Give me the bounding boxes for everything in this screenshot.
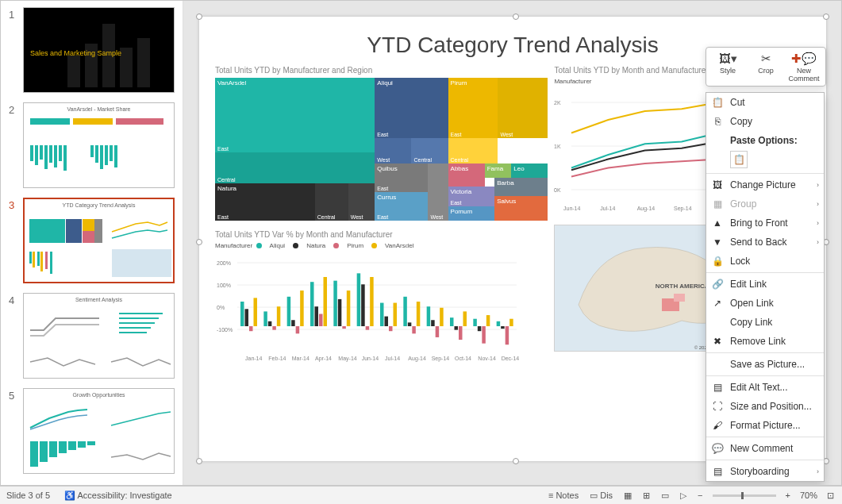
ctx-copy-link[interactable]: Copy Link xyxy=(706,313,824,332)
mini-toolbar: 🖼︎▾Style ✂Crop ✚💬New Comment xyxy=(706,47,826,87)
accessibility-icon: ♿ xyxy=(64,491,75,500)
svg-rect-3 xyxy=(30,145,33,161)
svg-text:Jun-14: Jun-14 xyxy=(362,356,379,361)
svg-rect-95 xyxy=(455,326,459,330)
svg-rect-55 xyxy=(268,321,272,326)
slide-thumb-3[interactable]: YTD Category Trend Analysis xyxy=(23,198,175,283)
svg-rect-6 xyxy=(44,145,48,169)
display-settings-button[interactable]: ▭ Dis xyxy=(588,491,614,501)
svg-rect-84 xyxy=(403,297,407,326)
copy-icon: ⎘ xyxy=(711,115,724,128)
slide-canvas[interactable]: ⟳ YTD Category Trend Analysis Total Unit… xyxy=(183,1,841,485)
svg-rect-10 xyxy=(63,145,67,171)
zoom-level[interactable]: 70% xyxy=(800,491,817,500)
reading-view-icon[interactable]: ▭ xyxy=(659,491,671,501)
svg-rect-52 xyxy=(254,298,258,326)
zoom-slider[interactable] xyxy=(713,494,776,497)
slide-thumb-2[interactable]: VanArsdel - Market Share xyxy=(23,102,175,188)
svg-rect-66 xyxy=(319,314,323,327)
slide-thumb-5[interactable]: Growth Opportunities xyxy=(23,388,175,474)
svg-rect-18 xyxy=(66,219,82,243)
storyboard-icon: ▤ xyxy=(711,465,724,478)
svg-rect-8 xyxy=(54,145,57,167)
svg-text:May-14: May-14 xyxy=(338,356,356,362)
crop-button[interactable]: ✂Crop xyxy=(749,51,782,83)
svg-rect-94 xyxy=(450,317,454,326)
slide-thumb-4[interactable]: Sentiment Analysis xyxy=(23,293,175,379)
svg-rect-23 xyxy=(33,252,35,267)
svg-rect-57 xyxy=(277,306,281,326)
zoom-in-button[interactable]: + xyxy=(784,491,792,500)
svg-rect-28 xyxy=(112,249,171,277)
svg-rect-86 xyxy=(412,326,416,333)
svg-rect-49 xyxy=(240,302,244,326)
svg-rect-22 xyxy=(29,252,32,264)
ctx-paste-options-label: 📋Paste Options: xyxy=(706,131,824,148)
ctx-change-picture[interactable]: 🖼Change Picture› xyxy=(706,175,824,194)
ctx-copy[interactable]: ⎘Copy xyxy=(706,112,824,131)
ctx-format-picture[interactable]: 🖌Format Picture... xyxy=(706,416,824,435)
svg-rect-14 xyxy=(105,145,108,165)
ctx-remove-link[interactable]: ✖Remove Link xyxy=(706,332,824,351)
svg-rect-16 xyxy=(114,145,117,167)
svg-text:1K: 1K xyxy=(554,144,561,149)
svg-rect-11 xyxy=(90,145,94,157)
svg-rect-54 xyxy=(263,311,267,326)
svg-rect-2 xyxy=(116,118,163,125)
bring-front-icon: ▲ xyxy=(711,217,724,229)
ctx-storyboarding[interactable]: ▤Storyboarding› xyxy=(706,462,824,481)
svg-rect-4 xyxy=(35,145,38,165)
svg-text:Dec-14: Dec-14 xyxy=(502,356,520,361)
svg-rect-56 xyxy=(272,326,276,330)
svg-rect-74 xyxy=(357,273,361,326)
slideshow-icon[interactable]: ▷ xyxy=(679,491,688,501)
alt-text-icon: ▤ xyxy=(711,381,724,394)
zoom-out-button[interactable]: − xyxy=(696,491,704,500)
svg-text:Apr-14: Apr-14 xyxy=(315,356,332,362)
notes-button[interactable]: ≡ Notes xyxy=(547,491,580,500)
comment-icon: ✚💬 xyxy=(787,51,821,67)
svg-rect-91 xyxy=(436,326,440,337)
svg-text:200%: 200% xyxy=(217,260,231,266)
svg-rect-105 xyxy=(501,326,505,329)
barchart-legend: Manufacturer AliquiNaturaPirumVanArsdel xyxy=(215,242,548,249)
ctx-open-link[interactable]: ↗Open Link xyxy=(706,294,824,313)
svg-rect-27 xyxy=(50,252,52,274)
slide-thumb-1[interactable]: Sales and Marketing Sample xyxy=(23,7,175,93)
slide-sorter-icon[interactable]: ⊞ xyxy=(641,491,652,501)
svg-text:Oct-14: Oct-14 xyxy=(455,356,471,361)
normal-view-icon[interactable]: ▦ xyxy=(622,491,633,501)
svg-rect-85 xyxy=(408,322,412,326)
svg-rect-5 xyxy=(40,145,43,160)
ctx-size-position[interactable]: ⛶Size and Position... xyxy=(706,397,824,416)
open-link-icon: ↗ xyxy=(711,297,724,310)
ctx-save-picture[interactable]: Save as Picture... xyxy=(706,355,824,374)
new-comment-button[interactable]: ✚💬New Comment xyxy=(787,51,821,83)
ctx-send-back[interactable]: ▼Send to Back› xyxy=(706,233,824,252)
svg-rect-65 xyxy=(315,306,319,326)
svg-rect-106 xyxy=(506,326,509,344)
comment-icon: 💬 xyxy=(711,442,724,455)
ctx-group: ▦Group› xyxy=(706,194,824,214)
svg-text:Mar-14: Mar-14 xyxy=(292,356,310,361)
ctx-cut[interactable]: ✂Cut xyxy=(706,93,824,112)
ctx-new-comment[interactable]: 💬New Comment xyxy=(706,439,824,458)
slide-counter[interactable]: Slide 3 of 5 xyxy=(6,491,50,500)
svg-text:Jan-14: Jan-14 xyxy=(245,356,263,361)
svg-rect-61 xyxy=(296,326,300,333)
ctx-edit-link[interactable]: 🔗Edit Link xyxy=(706,275,824,294)
svg-rect-92 xyxy=(440,308,444,326)
svg-rect-75 xyxy=(361,284,365,326)
svg-text:Jul-14: Jul-14 xyxy=(385,356,400,361)
ctx-alt-text[interactable]: ▤Edit Alt Text... xyxy=(706,378,824,397)
accessibility-status[interactable]: ♿ Accessibility: Investigate xyxy=(64,491,172,501)
svg-rect-21 xyxy=(94,219,102,243)
svg-rect-37 xyxy=(59,441,67,453)
style-button[interactable]: 🖼︎▾Style xyxy=(711,51,744,83)
ctx-paste-option[interactable]: 📋 xyxy=(706,148,824,171)
svg-rect-72 xyxy=(347,290,351,326)
ctx-lock[interactable]: 🔒Lock xyxy=(706,252,824,271)
fit-to-window-icon[interactable]: ⊡ xyxy=(825,491,836,501)
change-picture-icon: 🖼 xyxy=(711,179,724,191)
ctx-bring-front[interactable]: ▲Bring to Front› xyxy=(706,214,824,233)
